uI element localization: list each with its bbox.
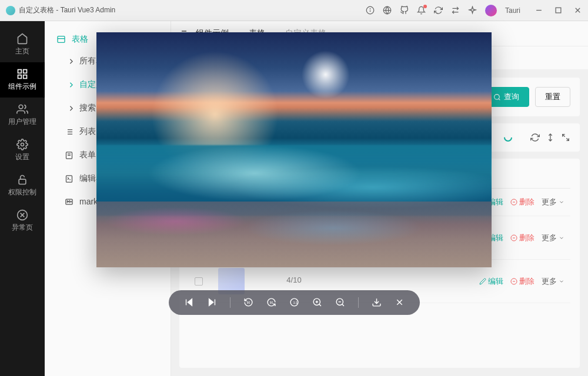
svg-line-58 bbox=[342, 304, 343, 306]
viewer-prev-icon[interactable] bbox=[184, 297, 194, 307]
viewer-download-icon[interactable] bbox=[372, 297, 382, 307]
viewer-reset-zoom-icon[interactable]: 1:1 bbox=[289, 297, 299, 307]
svg-marker-47 bbox=[209, 299, 213, 306]
viewer-counter: 4/10 bbox=[286, 276, 301, 284]
svg-text:90: 90 bbox=[269, 301, 273, 304]
svg-text:90: 90 bbox=[246, 301, 250, 304]
viewer-zoom-out-icon[interactable] bbox=[335, 297, 345, 307]
svg-text:1:1: 1:1 bbox=[293, 301, 298, 304]
viewer-toolbar: 90 90 1:1 bbox=[169, 290, 420, 315]
image-viewer-overlay[interactable]: 4/10 90 90 1:1 bbox=[0, 0, 588, 376]
viewer-rotate-right-icon[interactable]: 90 bbox=[266, 297, 276, 307]
viewer-rotate-left-icon[interactable]: 90 bbox=[243, 297, 253, 307]
viewer-next-icon[interactable] bbox=[207, 297, 217, 307]
viewer-image[interactable] bbox=[96, 32, 492, 267]
svg-marker-45 bbox=[188, 299, 192, 306]
viewer-close-icon[interactable] bbox=[395, 297, 405, 307]
svg-line-54 bbox=[319, 304, 320, 306]
viewer-zoom-in-icon[interactable] bbox=[312, 297, 322, 307]
